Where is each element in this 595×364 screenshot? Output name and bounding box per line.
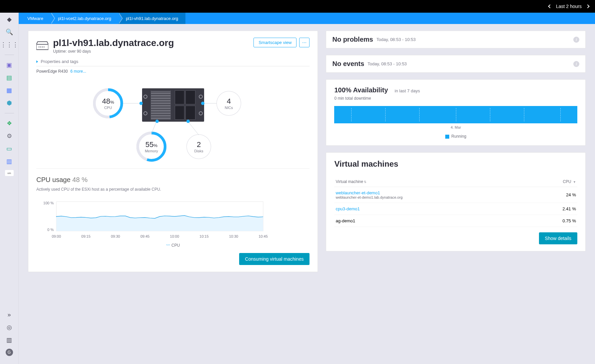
nav-tiles-icon[interactable]: ▥ bbox=[5, 157, 13, 165]
svg-text:10:00: 10:00 bbox=[170, 234, 179, 238]
svg-text:10:45: 10:45 bbox=[258, 234, 268, 238]
nav-hex-icon[interactable]: ⬢ bbox=[5, 99, 13, 107]
host-icon bbox=[36, 40, 48, 52]
availability-bar[interactable] bbox=[334, 106, 577, 123]
events-card[interactable]: No events Today, 08:53 - 10:53 i bbox=[326, 55, 586, 73]
more-properties-link[interactable]: 6 more... bbox=[70, 69, 86, 74]
nav-grid-icon[interactable]: ▦ bbox=[5, 86, 13, 94]
vm-link[interactable]: cpu3-demo1 bbox=[336, 206, 360, 211]
nav-monitor-icon[interactable]: ▭ bbox=[5, 145, 13, 153]
svg-text:09:15: 09:15 bbox=[81, 234, 91, 238]
help-icon[interactable]: ◎ bbox=[5, 323, 13, 331]
nav-dashboard-icon[interactable]: ▤ bbox=[5, 74, 13, 82]
table-row: ag-demo10.75 % bbox=[334, 215, 577, 227]
host-overview-card: pl1l-vh91.lab.dynatrace.org Uptime: over… bbox=[28, 31, 318, 272]
crumb-vcenter[interactable]: pl1l-vcet2.lab.dynatrace.org bbox=[51, 13, 119, 24]
smartscape-button[interactable]: Smartscape view bbox=[253, 38, 296, 47]
crumb-host: pl1l-vh91.lab.dynatrace.org bbox=[118, 13, 185, 24]
availability-card: 100% Availability in last 7 days 0 min t… bbox=[326, 79, 586, 146]
downtime-label: 0 min total downtime bbox=[334, 96, 577, 101]
availability-date: 4. Mar bbox=[334, 125, 577, 129]
vm-cpu-value: 0.75 % bbox=[532, 215, 577, 227]
vm-col-cpu[interactable]: CPU ▼ bbox=[532, 177, 577, 187]
info-icon[interactable]: i bbox=[573, 37, 579, 43]
nav-rail: ◆ 🔍 ⋮⋮⋮ ▣ ▤ ▦ ⬢ ❖ ⚙ ▭ ▥ vm » ◎ ▥ G bbox=[0, 13, 19, 364]
nav-cube-icon[interactable]: ▣ bbox=[5, 61, 13, 69]
chevron-right-icon bbox=[36, 60, 38, 63]
nics-gauge[interactable]: 4 NICs bbox=[216, 91, 241, 116]
svg-point-2 bbox=[42, 47, 43, 48]
memory-gauge[interactable]: 55% Memory bbox=[136, 132, 166, 162]
svg-text:10:30: 10:30 bbox=[229, 234, 238, 238]
show-details-button[interactable]: Show details bbox=[539, 232, 577, 244]
cpu-usage-title: CPU usage 48 % bbox=[36, 176, 310, 184]
timeframe-prev-icon[interactable] bbox=[548, 4, 552, 8]
vm-section-title: Virtual machines bbox=[334, 159, 577, 169]
properties-toggle[interactable]: Properties and tags bbox=[36, 59, 310, 66]
vm-col-name[interactable]: Virtual machine⇅ bbox=[334, 177, 531, 187]
table-row: weblauncher-et-demo1weblauncher-et-demo1… bbox=[334, 187, 577, 203]
vm-subtext: weblauncher-et-demo1.lab.dynatrace.org bbox=[336, 195, 530, 199]
svg-point-0 bbox=[39, 47, 40, 48]
svg-text:09:45: 09:45 bbox=[140, 234, 150, 238]
server-illustration bbox=[142, 88, 204, 122]
timeframe-next-icon[interactable] bbox=[586, 4, 589, 8]
top-bar: Last 2 hours bbox=[0, 0, 595, 13]
crumb-root[interactable]: VMware bbox=[22, 13, 51, 24]
uptime-label: Uptime: over 90 days bbox=[53, 49, 174, 54]
apps-icon[interactable]: ⋮⋮⋮ bbox=[5, 41, 13, 49]
svg-point-1 bbox=[40, 47, 41, 48]
table-row: cpu3-demo12.41 % bbox=[334, 203, 577, 215]
virtual-machines-card: Virtual machines Virtual machine⇅ CPU ▼ … bbox=[326, 152, 586, 251]
host-infographic: 48% CPU bbox=[36, 82, 310, 168]
nav-gear-icon[interactable]: ⚙ bbox=[5, 132, 13, 140]
svg-text:100 %: 100 % bbox=[43, 201, 54, 205]
availability-legend: Running bbox=[334, 134, 577, 139]
account-icon[interactable]: G bbox=[6, 349, 13, 356]
cpu-usage-chart[interactable]: 100 %0 %09:0009:1509:3009:4510:0010:1510… bbox=[36, 200, 310, 248]
nav-leaf-icon[interactable]: ❖ bbox=[5, 119, 13, 127]
vm-table: Virtual machine⇅ CPU ▼ weblauncher-et-de… bbox=[334, 177, 577, 227]
svg-line-11 bbox=[188, 122, 199, 135]
timeframe-label[interactable]: Last 2 hours bbox=[556, 4, 582, 9]
consuming-vms-button[interactable]: Consuming virtual machines bbox=[239, 253, 310, 265]
disks-gauge[interactable]: 2 Disks bbox=[186, 134, 211, 159]
reports-icon[interactable]: ▥ bbox=[5, 336, 13, 344]
nav-vmware-icon[interactable]: vm bbox=[5, 170, 14, 176]
vm-link[interactable]: weblauncher-et-demo1 bbox=[336, 190, 380, 195]
page-title: pl1l-vh91.lab.dynatrace.org bbox=[53, 38, 174, 48]
breadcrumb: VMware pl1l-vcet2.lab.dynatrace.org pl1l… bbox=[19, 13, 595, 24]
problems-card[interactable]: No problems Today, 08:53 - 10:53 i bbox=[326, 31, 586, 48]
vm-cpu-value: 2.41 % bbox=[532, 203, 577, 215]
cpu-gauge[interactable]: 48% CPU bbox=[93, 88, 123, 118]
svg-text:09:30: 09:30 bbox=[111, 234, 120, 238]
search-icon[interactable]: 🔍 bbox=[5, 28, 13, 36]
host-menu-button[interactable]: ⋯ bbox=[299, 38, 310, 47]
svg-text:0 %: 0 % bbox=[47, 228, 54, 232]
logo-icon[interactable]: ◆ bbox=[5, 15, 13, 23]
vm-cpu-value: 24 % bbox=[532, 187, 577, 203]
svg-text:10:15: 10:15 bbox=[199, 234, 209, 238]
cpu-usage-description: Actively used CPU of the ESXi host as a … bbox=[36, 187, 310, 194]
info-icon[interactable]: i bbox=[573, 61, 579, 67]
model-label: PowerEdge R430 bbox=[36, 69, 68, 74]
svg-point-3 bbox=[44, 47, 45, 48]
expand-rail-icon[interactable]: » bbox=[5, 311, 13, 319]
svg-text:09:00: 09:00 bbox=[52, 234, 61, 238]
